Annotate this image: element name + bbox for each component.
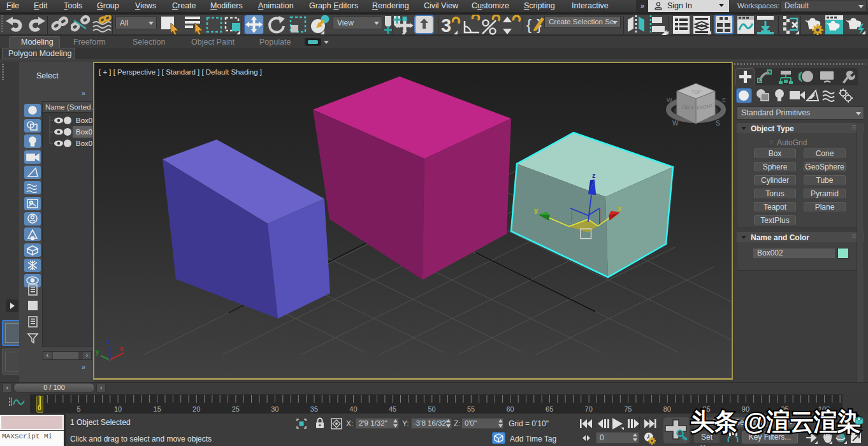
svg-text:3: 3: [441, 15, 451, 35]
svg-text:y: y: [96, 349, 99, 356]
svg-text:y: y: [534, 206, 539, 214]
svg-text:45: 45: [389, 405, 396, 413]
svg-text:15: 15: [154, 405, 161, 413]
svg-text:z: z: [106, 338, 110, 345]
svg-text:10: 10: [114, 405, 122, 413]
svg-text:Box0: Box0: [76, 128, 92, 136]
svg-text:25: 25: [232, 405, 240, 413]
svg-text:[ + ] [ Perspective ] [ Standa: [ + ] [ Perspective ] [ Standard ] [ Def…: [99, 68, 262, 76]
svg-text:{: {: [526, 16, 532, 33]
svg-text:35: 35: [310, 405, 318, 413]
svg-text:W: W: [672, 120, 679, 127]
svg-text:E: E: [722, 97, 726, 103]
svg-text:70: 70: [585, 405, 593, 413]
svg-text:x: x: [120, 345, 124, 352]
svg-text:30: 30: [271, 405, 278, 413]
svg-text:5: 5: [77, 405, 81, 413]
svg-text:80: 80: [663, 405, 671, 413]
svg-text:Box0: Box0: [76, 140, 92, 147]
svg-text:头条 @渲云渲染: 头条 @渲云渲染: [690, 408, 861, 435]
svg-text:65: 65: [546, 405, 553, 413]
svg-text:40: 40: [349, 405, 357, 413]
svg-text:x: x: [618, 205, 622, 212]
svg-text:20: 20: [192, 405, 200, 413]
svg-text:W: W: [667, 97, 672, 103]
svg-text:Box0: Box0: [76, 117, 92, 124]
svg-text:50: 50: [428, 405, 435, 413]
svg-text:55: 55: [467, 405, 475, 413]
svg-text:z: z: [592, 171, 596, 179]
svg-text:60: 60: [506, 405, 514, 413]
svg-text:S: S: [716, 120, 720, 127]
svg-text:TOP: TOP: [691, 89, 701, 95]
svg-text:75: 75: [624, 405, 632, 413]
